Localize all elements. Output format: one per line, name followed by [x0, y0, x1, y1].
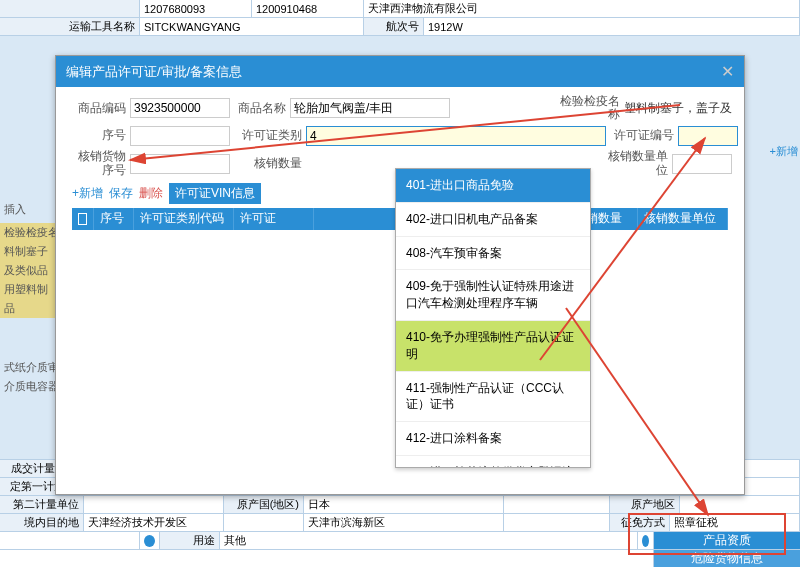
dropdown-item[interactable]: 416-进口棉花境外供货商登记注册: [396, 456, 590, 468]
verify-seq-label: 核销货物序号: [64, 148, 130, 178]
dropdown-item[interactable]: 408-汽车预审备案: [396, 237, 590, 271]
dropdown-item[interactable]: 401-进出口商品免验: [396, 169, 590, 203]
product-name-label: 商品名称: [234, 98, 290, 119]
verify-seq-input[interactable]: [130, 154, 230, 174]
dangerous-goods-button[interactable]: 危险货物信息: [654, 550, 800, 567]
verify-unit-input[interactable]: [672, 154, 732, 174]
product-code-input[interactable]: [130, 98, 230, 118]
dropdown-item[interactable]: 412-进口涂料备案: [396, 422, 590, 456]
close-icon[interactable]: ✕: [721, 62, 734, 81]
th-seq: 序号: [94, 208, 134, 230]
product-code-label: 商品编码: [64, 98, 130, 119]
permit-type-dropdown[interactable]: 401-进出口商品免验402-进口旧机电产品备案408-汽车预审备案409-免于…: [395, 168, 591, 468]
th-permit: 许可证: [234, 208, 314, 230]
modal-title: 编辑产品许可证/审批/备案信息: [66, 63, 242, 81]
inspect-name-value: 塑料制塞子，盖子及: [624, 100, 732, 117]
dropdown-item[interactable]: 411-强制性产品认证（CCC认证）证书: [396, 372, 590, 423]
seq-label: 序号: [64, 125, 130, 146]
delete-link[interactable]: 删除: [139, 185, 163, 202]
permit-no-label: 许可证编号: [610, 125, 678, 146]
verify-unit-label: 核销数量单位: [604, 148, 672, 178]
dropdown-item[interactable]: 409-免于强制性认证特殊用途进口汽车检测处理程序车辆: [396, 270, 590, 321]
verify-qty-label: 核销数量: [234, 153, 306, 174]
dropdown-item[interactable]: 410-免予办理强制性产品认证证明: [396, 321, 590, 372]
background-grid: 1207680093 1200910468 天津西津物流有限公司 运输工具名称 …: [0, 0, 800, 36]
permit-no-input[interactable]: [678, 126, 738, 146]
circle-icon: [642, 535, 649, 547]
vin-tab[interactable]: 许可证VIN信息: [169, 183, 261, 204]
save-link[interactable]: 保存: [109, 185, 133, 202]
permit-type-input[interactable]: [306, 126, 606, 146]
product-quality-button[interactable]: 产品资质: [654, 532, 800, 549]
permit-type-label: 许可证类别: [234, 125, 306, 146]
seq-input[interactable]: [130, 126, 230, 146]
add-link[interactable]: +新增: [72, 185, 103, 202]
inspect-name-label: 检验检疫名称: [556, 93, 624, 123]
product-name-input[interactable]: [290, 98, 450, 118]
dropdown-item[interactable]: 402-进口旧机电产品备案: [396, 203, 590, 237]
left-sidebar-fragments: 插入 检验检疫名 料制塞子 及类似品 用塑料制 品 式纸介质审 介质电容器: [0, 200, 63, 396]
th-type-code: 许可证类别代码: [134, 208, 234, 230]
side-add-link[interactable]: +新增: [770, 144, 798, 159]
circle-icon: [144, 535, 155, 547]
select-all-checkbox[interactable]: [78, 213, 87, 225]
modal-header: 编辑产品许可证/审批/备案信息 ✕: [56, 56, 744, 87]
th-qty-unit: 核销数量单位: [638, 208, 728, 230]
